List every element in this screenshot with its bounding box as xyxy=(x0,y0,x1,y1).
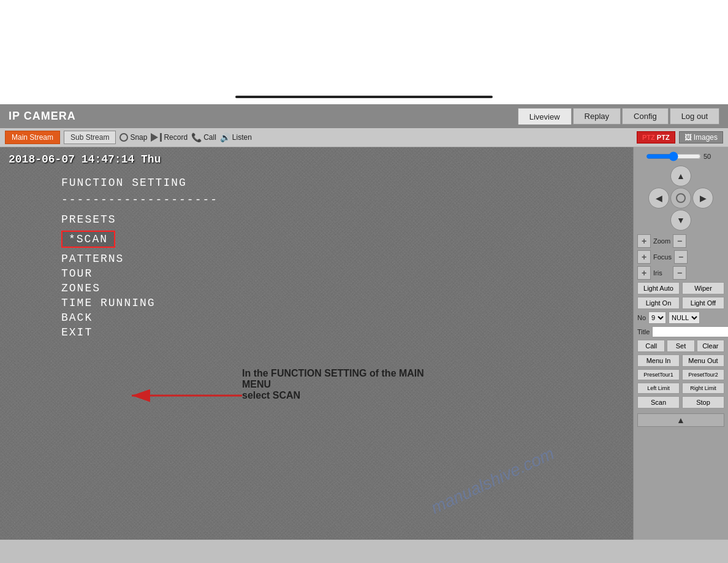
menu-item-exit[interactable]: EXIT xyxy=(61,326,218,339)
null-select[interactable]: NULL xyxy=(669,312,700,324)
toolbar: Main Stream Sub Stream Snap Record 📞 Cal… xyxy=(0,128,728,147)
dpad: ▲ ◀ ▶ ▼ xyxy=(648,166,713,231)
dpad-empty-bl xyxy=(648,210,669,231)
call-button[interactable]: Call xyxy=(637,340,665,352)
timestamp: 2018-06-07 14:47:14 Thu xyxy=(9,153,161,166)
call-set-clear-row: Call Set Clear xyxy=(637,340,724,352)
light-wiper-row: Light Auto Wiper xyxy=(637,282,724,294)
call-button[interactable]: 📞 Call xyxy=(191,132,216,142)
iris-label: Iris xyxy=(653,269,670,277)
images-button[interactable]: 🖼 Images xyxy=(679,131,723,144)
speed-slider-row: 50 xyxy=(637,152,724,161)
dpad-empty-tl xyxy=(648,166,669,186)
wiper-button[interactable]: Wiper xyxy=(682,282,724,294)
stop-button[interactable]: Stop xyxy=(682,396,724,408)
dpad-center-button[interactable] xyxy=(670,188,691,209)
light-auto-button[interactable]: Light Auto xyxy=(637,282,680,294)
menu-item-back[interactable]: BACK xyxy=(61,312,218,324)
iris-plus-button[interactable]: + xyxy=(637,266,651,280)
camera-feed: 2018-06-07 14:47:14 Thu FUNCTION SETTING… xyxy=(0,147,633,540)
menu-item-zones[interactable]: ZONES xyxy=(61,282,218,294)
speed-value: 50 xyxy=(703,153,716,160)
config-button[interactable]: Config xyxy=(622,108,669,124)
clear-button[interactable]: Clear xyxy=(697,340,724,352)
dpad-right-button[interactable]: ▶ xyxy=(692,188,713,209)
menu-item-time-running[interactable]: TIME RUNNING xyxy=(61,297,218,309)
annotation-arrow xyxy=(126,383,248,408)
scan-stop-row: Scan Stop xyxy=(637,396,724,408)
zoom-label: Zoom xyxy=(653,237,670,245)
menu-in-button[interactable]: Menu In xyxy=(637,354,680,367)
footer-area xyxy=(0,540,728,563)
speed-slider[interactable] xyxy=(646,152,701,161)
no-label: No xyxy=(637,314,646,321)
focus-plus-button[interactable]: + xyxy=(637,250,651,264)
menu-content: FUNCTION SETTING -------------------- PR… xyxy=(61,177,218,341)
expand-button[interactable]: ▲ xyxy=(637,413,724,427)
app-title: IP CAMERA xyxy=(9,110,76,123)
light-on-button[interactable]: Light On xyxy=(637,297,680,309)
main-stream-button[interactable]: Main Stream xyxy=(5,131,60,144)
menu-title: FUNCTION SETTING xyxy=(61,177,218,189)
right-limit-button[interactable]: Right Limit xyxy=(682,383,724,394)
liveview-button[interactable]: Liveview xyxy=(518,108,572,124)
iris-row: + Iris − xyxy=(637,266,724,280)
title-label: Title xyxy=(637,328,650,335)
dpad-down-button[interactable]: ▼ xyxy=(670,210,691,231)
ptz-toggle-button[interactable]: PTZ PTZ xyxy=(637,131,675,144)
dpad-empty-br xyxy=(692,210,713,231)
menu-out-button[interactable]: Menu Out xyxy=(682,354,724,367)
header-bar: IP CAMERA Liveview Replay Config Log out xyxy=(0,104,728,128)
title-input[interactable] xyxy=(652,326,728,337)
preset-tour2-button[interactable]: PresetTour2 xyxy=(682,369,724,380)
preset-tour-row: PresetTour1 PresetTour2 xyxy=(637,369,724,380)
dpad-up-button[interactable]: ▲ xyxy=(670,166,691,186)
no-null-row: No 9 1234 5678 NULL xyxy=(637,312,724,324)
zoom-row: + Zoom − xyxy=(637,234,724,248)
menu-item-presets[interactable]: PRESETS xyxy=(61,213,218,226)
left-limit-button[interactable]: Left Limit xyxy=(637,383,680,394)
no-select[interactable]: 9 1234 5678 xyxy=(648,312,666,324)
menu-divider: -------------------- xyxy=(61,194,218,206)
camera-overlay: 2018-06-07 14:47:14 Thu FUNCTION SETTING… xyxy=(0,147,633,540)
focus-row: + Focus − xyxy=(637,250,724,264)
annotation-text: In the FUNCTION SETTING of the MAIN MENU… xyxy=(242,368,450,401)
light-onoff-row: Light On Light Off xyxy=(637,297,724,309)
nav-buttons: Liveview Replay Config Log out xyxy=(518,108,719,124)
light-off-button[interactable]: Light Off xyxy=(682,297,724,309)
watermark: manualshive.com xyxy=(428,443,558,518)
logout-button[interactable]: Log out xyxy=(670,108,719,124)
scan-button[interactable]: Scan xyxy=(637,396,680,408)
main-content: 2018-06-07 14:47:14 Thu FUNCTION SETTING… xyxy=(0,147,728,540)
dpad-left-button[interactable]: ◀ xyxy=(648,188,669,209)
menu-item-scan[interactable]: *SCAN xyxy=(61,231,115,248)
record-button[interactable]: Record xyxy=(151,133,188,142)
camera-container: IP CAMERA Liveview Replay Config Log out… xyxy=(0,104,728,563)
focus-minus-button[interactable]: − xyxy=(674,250,688,264)
snap-button[interactable]: Snap xyxy=(119,133,147,142)
replay-button[interactable]: Replay xyxy=(573,108,621,124)
iris-minus-button[interactable]: − xyxy=(673,266,686,280)
zoom-minus-button[interactable]: − xyxy=(673,234,686,248)
set-button[interactable]: Set xyxy=(667,340,694,352)
limit-row: Left Limit Right Limit xyxy=(637,383,724,394)
top-line xyxy=(235,96,493,98)
menu-item-patterns[interactable]: PATTERNS xyxy=(61,253,218,265)
zoom-plus-button[interactable]: + xyxy=(637,234,651,248)
top-section xyxy=(0,0,728,104)
dpad-empty-tr xyxy=(692,166,713,186)
focus-label: Focus xyxy=(653,253,672,261)
menu-inout-row: Menu In Menu Out xyxy=(637,354,724,367)
ptz-panel: 50 ▲ ◀ ▶ ▼ + Zoom − xyxy=(633,147,728,540)
title-row: Title xyxy=(637,326,724,337)
menu-item-tour[interactable]: TOUR xyxy=(61,267,218,280)
preset-tour1-button[interactable]: PresetTour1 xyxy=(637,369,680,380)
listen-button[interactable]: 🔊 Listen xyxy=(220,132,252,142)
sub-stream-button[interactable]: Sub Stream xyxy=(64,131,116,144)
